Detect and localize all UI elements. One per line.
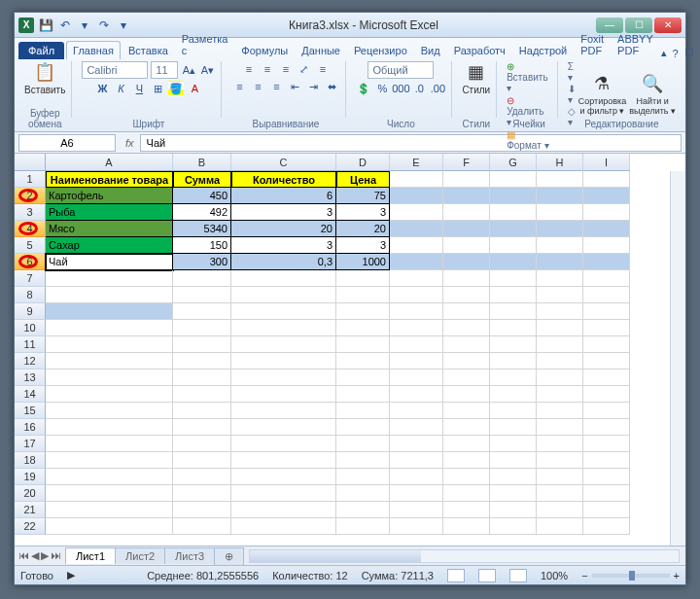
cell-G11[interactable] xyxy=(490,336,537,353)
align-top-icon[interactable]: ≡ xyxy=(241,61,257,77)
paste-button[interactable]: 📋 Вставить xyxy=(24,61,65,95)
tab-abbyy[interactable]: ABBYY PDF xyxy=(612,30,659,59)
cell-C19[interactable] xyxy=(231,469,336,485)
cell-C20[interactable] xyxy=(231,485,336,502)
undo-icon[interactable]: ↶ xyxy=(57,18,73,33)
cell-B10[interactable] xyxy=(173,320,231,336)
grow-font-icon[interactable]: A▴ xyxy=(181,62,196,78)
cell-H6[interactable] xyxy=(537,254,583,270)
cell-F16[interactable] xyxy=(443,419,490,436)
help-icon[interactable]: ? xyxy=(673,48,679,59)
cell-E1[interactable] xyxy=(390,171,443,188)
cell-I18[interactable] xyxy=(583,452,630,469)
cell-D12[interactable] xyxy=(336,353,390,370)
align-right-icon[interactable]: ≡ xyxy=(268,79,284,94)
cell-A16[interactable] xyxy=(46,419,173,436)
cell-H10[interactable] xyxy=(537,320,583,336)
cell-E3[interactable] xyxy=(390,204,443,221)
save-icon[interactable]: 💾 xyxy=(38,18,53,33)
row-header-16[interactable]: 16 xyxy=(15,419,46,436)
cell-F7[interactable] xyxy=(443,270,490,287)
cell-F14[interactable] xyxy=(443,386,490,403)
cell-H16[interactable] xyxy=(537,419,583,436)
cell-E4[interactable] xyxy=(390,221,443,237)
row-header-5[interactable]: 5 xyxy=(15,237,46,254)
cell-A14[interactable] xyxy=(46,386,173,403)
cell-F10[interactable] xyxy=(443,320,490,336)
vertical-scrollbar[interactable] xyxy=(670,171,685,546)
cell-C5[interactable]: 3 xyxy=(231,237,336,254)
cell-C1[interactable]: Количество xyxy=(231,171,336,188)
cell-A19[interactable] xyxy=(46,469,173,485)
indent-inc-icon[interactable]: ⇥ xyxy=(305,79,321,94)
cell-E17[interactable] xyxy=(390,436,443,452)
cell-A21[interactable] xyxy=(46,502,173,518)
merge-icon[interactable]: ⬌ xyxy=(324,79,339,94)
cell-B1[interactable]: Сумма xyxy=(173,171,231,188)
tab-developer[interactable]: Разработч xyxy=(448,42,511,59)
cell-G13[interactable] xyxy=(490,370,537,386)
zoom-level[interactable]: 100% xyxy=(541,570,568,581)
cell-I20[interactable] xyxy=(583,485,630,502)
cell-F8[interactable] xyxy=(443,287,490,303)
tab-foxit[interactable]: Foxit PDF xyxy=(575,30,610,59)
fx-icon[interactable]: fx xyxy=(120,137,140,149)
cell-D8[interactable] xyxy=(336,287,390,303)
cell-B19[interactable] xyxy=(173,469,231,485)
cell-E20[interactable] xyxy=(390,485,443,502)
cell-B14[interactable] xyxy=(173,386,231,403)
sheet-tab-3[interactable]: Лист3 xyxy=(164,547,215,564)
cell-B2[interactable]: 450 xyxy=(173,188,231,204)
shrink-font-icon[interactable]: A▾ xyxy=(199,62,215,78)
cell-I19[interactable] xyxy=(583,469,630,485)
cell-H9[interactable] xyxy=(537,303,583,320)
cell-E19[interactable] xyxy=(390,469,443,485)
cell-E22[interactable] xyxy=(390,518,443,535)
cell-H18[interactable] xyxy=(537,452,583,469)
worksheet-grid[interactable]: ABCDEFGHI 123456789101112131415161718192… xyxy=(15,154,685,546)
cell-E8[interactable] xyxy=(390,287,443,303)
cell-I8[interactable] xyxy=(583,287,630,303)
cell-I17[interactable] xyxy=(583,436,630,452)
tab-pagelayout[interactable]: Разметка с xyxy=(176,30,234,59)
cell-C12[interactable] xyxy=(231,353,336,370)
cell-F2[interactable] xyxy=(443,188,490,204)
cell-G18[interactable] xyxy=(490,452,537,469)
tab-view[interactable]: Вид xyxy=(415,42,446,59)
indent-dec-icon[interactable]: ⇤ xyxy=(287,79,302,94)
cell-A9[interactable] xyxy=(46,303,173,320)
cell-H13[interactable] xyxy=(537,370,583,386)
view-break-icon[interactable] xyxy=(509,569,527,582)
cell-B22[interactable] xyxy=(173,518,231,535)
cell-C16[interactable] xyxy=(231,419,336,436)
nav-prev-icon[interactable]: ◀ xyxy=(31,549,39,562)
sheet-tab-1[interactable]: Лист1 xyxy=(65,547,116,564)
row-header-22[interactable]: 22 xyxy=(15,518,46,535)
row-header-20[interactable]: 20 xyxy=(15,485,46,502)
cell-A18[interactable] xyxy=(46,452,173,469)
cell-B3[interactable]: 492 xyxy=(173,204,231,221)
cell-A13[interactable] xyxy=(46,370,173,386)
cell-A10[interactable] xyxy=(46,320,173,336)
cell-C22[interactable] xyxy=(231,518,336,535)
cell-styles-button[interactable]: ▦ Стили xyxy=(462,61,490,95)
cell-B18[interactable] xyxy=(173,452,231,469)
cell-A17[interactable] xyxy=(46,436,173,452)
cell-H7[interactable] xyxy=(537,270,583,287)
cell-H22[interactable] xyxy=(537,518,583,535)
cell-E13[interactable] xyxy=(390,370,443,386)
row-header-10[interactable]: 10 xyxy=(15,320,46,336)
row-header-2[interactable]: 2 xyxy=(15,188,46,204)
row-header-8[interactable]: 8 xyxy=(15,287,46,303)
sheet-tab-2[interactable]: Лист2 xyxy=(115,547,165,564)
cell-A6[interactable]: Чай xyxy=(46,254,173,270)
sheet-nav[interactable]: ⏮ ◀ ▶ ⏭ xyxy=(15,549,65,562)
cell-G15[interactable] xyxy=(490,403,537,419)
cell-G17[interactable] xyxy=(490,436,537,452)
cell-F9[interactable] xyxy=(443,303,490,320)
cell-I15[interactable] xyxy=(583,403,630,419)
cell-G9[interactable] xyxy=(490,303,537,320)
cell-A20[interactable] xyxy=(46,485,173,502)
cell-D4[interactable]: 20 xyxy=(336,221,390,237)
cell-B17[interactable] xyxy=(173,436,231,452)
